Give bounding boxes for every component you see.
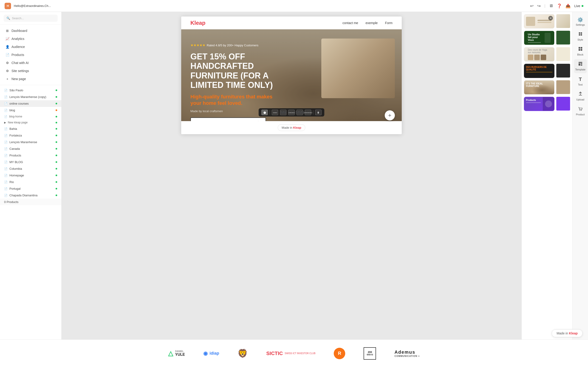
template-preview-3: Des cours de Yoga sur mesures bbox=[524, 48, 554, 61]
sidebar-item-new-page[interactable]: + New page bbox=[1, 75, 60, 83]
page-icon: 📄 bbox=[4, 115, 7, 118]
nav-link-form[interactable]: Form bbox=[385, 21, 393, 25]
page-label: Canada bbox=[9, 147, 20, 150]
settings-icon: ⚙️ bbox=[578, 17, 583, 23]
sidebar-item-chat-ai[interactable]: ⚙ Chat with AI bbox=[1, 59, 60, 67]
page-label: Lençois Maranhense (copy) bbox=[9, 95, 46, 99]
sidebar-item-label: Chat with AI bbox=[11, 61, 29, 65]
page-label: blog-home bbox=[9, 115, 22, 118]
nav-link-exemple[interactable]: exemple bbox=[365, 21, 378, 25]
undo-button[interactable]: ↩ bbox=[530, 3, 534, 8]
template-card-2[interactable]: Un Studio fait pour Vous bbox=[524, 31, 554, 45]
page-label: Chapada Diamantina bbox=[9, 194, 37, 197]
page-item-lencois-copy[interactable]: 📄 Lençois Maranhense (copy) bbox=[0, 94, 61, 100]
page-item-online-courses[interactable]: 📄 online courses bbox=[0, 100, 61, 107]
panel-icon-template[interactable]: Template bbox=[574, 59, 587, 73]
svg-rect-11 bbox=[581, 65, 582, 66]
sidebar-item-site-settings[interactable]: ⚙ Site settings bbox=[1, 67, 60, 75]
share-icon[interactable]: 📤 bbox=[565, 3, 571, 8]
page-item-lencois[interactable]: 📄 Lençois Maranhense bbox=[0, 139, 61, 145]
sidebar-search-area: 🔍 Search... bbox=[0, 12, 61, 25]
logo-sictic: SICTIC SWISS ICT INVESTOR CLUB bbox=[266, 350, 315, 357]
panel-icon-style[interactable]: Style bbox=[574, 29, 587, 43]
page-item-homepage[interactable]: 📄 Homepage bbox=[0, 172, 61, 179]
toolbar-btn-5[interactable]: ▭▭▭▭ bbox=[305, 110, 311, 115]
toolbar-btn-dot[interactable]: ⬤ bbox=[261, 110, 268, 115]
search-input[interactable]: 🔍 Search... bbox=[4, 15, 58, 22]
page-item-chapada[interactable]: 📄 Chapada Diamantina bbox=[0, 192, 61, 199]
nav-link-contact[interactable]: contact me bbox=[342, 21, 358, 25]
page-icon: 📄 bbox=[4, 174, 8, 177]
page-item-saopaulo[interactable]: 📄 São Paulo bbox=[0, 87, 61, 94]
toolbar-btn-4[interactable]: ⬛⬛⬛ bbox=[296, 110, 303, 115]
template-thumb-3[interactable] bbox=[556, 47, 570, 61]
sidebar-item-dashboard[interactable]: ⊞ Dashboard bbox=[1, 27, 60, 35]
template-close-button[interactable]: ✕ bbox=[548, 16, 553, 20]
template-card-5[interactable]: IT'S THE IDEAL FURNITURE bbox=[524, 80, 554, 94]
page-item-new-kleap[interactable]: ▶ New kleap page bbox=[0, 119, 61, 125]
template-thumb-4[interactable] bbox=[556, 64, 570, 77]
page-status-dot bbox=[56, 161, 57, 163]
template-thumb-1[interactable] bbox=[556, 14, 570, 28]
toolbar-btn-delete[interactable]: 🗑 bbox=[315, 110, 321, 115]
hero-rating: ★★★★★ Rated 4.8/5 by 200+ Happy Customer… bbox=[190, 43, 282, 47]
page-item-my-blog[interactable]: 📄 MY BLOG bbox=[0, 159, 61, 165]
page-item-portugal[interactable]: 📄 Portugal bbox=[0, 185, 61, 192]
hero-image-inner bbox=[321, 39, 395, 98]
add-icon: + bbox=[6, 77, 9, 81]
panel-icon-upload[interactable]: Upload bbox=[574, 89, 587, 103]
canvas-area: Kleap contact me exemple Form ★★★★★ Rate… bbox=[61, 12, 521, 340]
page-item-bahia[interactable]: 📄 Bahia bbox=[0, 125, 61, 132]
page-icon: 📄 bbox=[4, 181, 8, 184]
page-icon: 📄 bbox=[4, 154, 8, 157]
template-thumb-6[interactable] bbox=[556, 97, 570, 110]
search-icon: 🔍 bbox=[6, 17, 10, 20]
sidebar-item-analytics[interactable]: 📈 Analytics bbox=[1, 35, 60, 43]
page-item-blog-home[interactable]: 📄 blog-home bbox=[0, 114, 61, 119]
rating-stars: ★★★★★ bbox=[190, 43, 205, 47]
template-card-6[interactable]: Products bbox=[524, 97, 554, 111]
panel-icon-settings[interactable]: ⚙️ Settings bbox=[574, 15, 587, 28]
hero-cta-button[interactable]: GET MY 5% DISCOUNT CODE NOW 👋 bbox=[190, 117, 266, 121]
site-logo: Kleap bbox=[190, 20, 205, 26]
preview-footer: Made in Kleap bbox=[181, 121, 402, 134]
products-icon: 📄 bbox=[6, 53, 9, 57]
template-thumb-2[interactable] bbox=[556, 31, 570, 44]
panel-icon-label: Style bbox=[578, 38, 583, 41]
help-icon[interactable]: ❓ bbox=[557, 3, 562, 8]
upload-icon bbox=[578, 92, 583, 97]
sidebar-item-audience[interactable]: 👤 Audience bbox=[1, 43, 60, 51]
panel-icon-text[interactable]: T Text bbox=[574, 74, 587, 88]
panel-icon-block[interactable]: Block bbox=[574, 44, 587, 58]
monitor-icon[interactable]: 🖥 bbox=[549, 3, 553, 8]
page-item-fortaleza[interactable]: 📄 Fortaleza bbox=[0, 132, 61, 139]
template-card-4[interactable]: DES BURGERS DE QUALITÉ bbox=[524, 64, 554, 78]
sidebar-item-products[interactable]: 📄 Products bbox=[1, 51, 60, 59]
website-preview: Kleap contact me exemple Form ★★★★★ Rate… bbox=[181, 17, 402, 134]
page-item-canada[interactable]: 📄 Canada bbox=[0, 145, 61, 152]
add-block-button[interactable]: + bbox=[385, 110, 395, 120]
dashboard-icon: ⊞ bbox=[6, 29, 9, 33]
panel-icon-product[interactable]: Product bbox=[574, 104, 587, 118]
sidebar-item-label: Products bbox=[11, 53, 24, 57]
redo-button[interactable]: ↪ bbox=[537, 3, 541, 8]
page-status-dot bbox=[56, 122, 57, 123]
template-card-3[interactable]: Des cours de Yoga sur mesures bbox=[524, 47, 554, 61]
toolbar-btn-2[interactable]: ⬛⬛ bbox=[280, 110, 286, 115]
toolbar-btn-1[interactable]: ▭▭ bbox=[272, 110, 278, 115]
template-card-1[interactable]: ✕ bbox=[524, 14, 554, 28]
page-item-products[interactable]: 📄 Products bbox=[0, 152, 61, 159]
template-thumb-5[interactable] bbox=[556, 80, 570, 94]
idiap-icon: ◉ bbox=[203, 350, 208, 357]
template-row-2: Un Studio fait pour Vous bbox=[524, 31, 570, 45]
products-count[interactable]: 0 Products bbox=[0, 199, 61, 205]
text-icon: T bbox=[579, 76, 582, 82]
live-badge: Live bbox=[574, 4, 583, 8]
page-item-columbia[interactable]: 📄 Columbia bbox=[0, 165, 61, 172]
page-item-rio[interactable]: 📄 Rio bbox=[0, 179, 61, 185]
page-item-blog[interactable]: 📄 blog bbox=[0, 107, 61, 114]
sidebar: 🔍 Search... ⊞ Dashboard 📈 Analytics 👤 Au… bbox=[0, 12, 61, 340]
template-row-5: IT'S THE IDEAL FURNITURE bbox=[524, 80, 570, 94]
toolbar-btn-3[interactable]: ▭▭▭ bbox=[288, 110, 295, 115]
made-in-text: Made in bbox=[282, 126, 293, 129]
